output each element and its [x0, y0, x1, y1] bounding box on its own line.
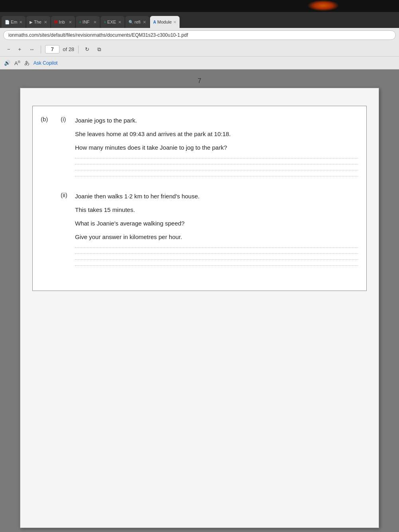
b-i-text2: She leaves home at 09:43 and arrives at …	[75, 129, 358, 139]
page-number-input[interactable]	[45, 45, 59, 53]
rotate-button[interactable]: ↻	[83, 45, 92, 53]
tab-inb-icon: M	[54, 20, 57, 24]
separator-1	[41, 45, 41, 53]
b-ii-question1: What is Joanie's average walking speed?	[75, 219, 358, 228]
pdf-area: 7 (b) (i) Joanie jogs to the park. She l…	[0, 69, 399, 532]
top-bar	[0, 0, 399, 12]
tab-module-label: Module	[157, 20, 172, 24]
pdf-toolbar: − + ↔ of 28 ↻ ⧉	[0, 42, 399, 57]
tab-inb-label: Inb	[59, 20, 67, 24]
answer-line-3	[75, 170, 358, 170]
page-total: of 28	[63, 46, 74, 52]
question-b-ii-text: Joanie then walks 1·2 km to her friend's…	[75, 192, 358, 271]
address-bar-row: ionmaths.com/sites/default/files/revisio…	[0, 28, 399, 42]
tab-refi-icon: 🔍	[128, 20, 133, 24]
question-b-i-text: Joanie jogs to the park. She leaves home…	[75, 116, 358, 182]
answer-lines-b-i	[75, 158, 358, 176]
answer-line-ii-1	[75, 247, 358, 248]
address-bar[interactable]: ionmaths.com/sites/default/files/revisio…	[3, 30, 396, 40]
part-b-label: (b)	[41, 116, 61, 182]
tab-the-icon: ▶	[30, 20, 33, 24]
tab-refi-close[interactable]: ✕	[143, 20, 146, 24]
tab-em-icon: 📄	[5, 20, 10, 24]
tab-inf[interactable]: + INF ✕	[76, 16, 100, 28]
answer-line-1	[75, 158, 358, 158]
tab-refi[interactable]: 🔍 refi ✕	[125, 16, 149, 28]
font-size-icon[interactable]: An	[14, 59, 20, 66]
immersive-reader-icon[interactable]: 🔊	[4, 60, 10, 66]
answer-line-ii-2	[75, 253, 358, 254]
answer-line-ii-3	[75, 259, 358, 260]
tab-exe[interactable]: + EXE ✕	[101, 16, 124, 28]
b-ii-text1: Joanie then walks 1·2 km to her friend's…	[75, 192, 358, 201]
answer-line-2	[75, 164, 358, 164]
tab-refi-label: refi	[134, 20, 141, 24]
tab-exe-close[interactable]: ✕	[118, 20, 121, 24]
reading-mode-icon[interactable]: あ	[24, 59, 30, 67]
b-ii-question2: Give your answer in kilometres per hour.	[75, 232, 358, 242]
question-part-b-i: (b) (i) Joanie jogs to the park. She lea…	[41, 116, 358, 182]
zoom-in-button[interactable]: +	[16, 45, 24, 53]
orange-glow	[307, 0, 339, 11]
part-b-ii-spacer	[41, 192, 61, 271]
tab-the[interactable]: ▶ The ✕	[26, 16, 50, 28]
zoom-out-button[interactable]: −	[5, 45, 13, 53]
tab-the-close[interactable]: ✕	[44, 20, 47, 24]
fit-button[interactable]: ↔	[27, 45, 37, 53]
tab-exe-icon: +	[104, 20, 106, 24]
b-ii-text2: This takes 15 minutes.	[75, 205, 358, 215]
answer-line-ii-4	[75, 265, 358, 266]
tab-inf-close[interactable]: ✕	[93, 20, 97, 24]
separator-2	[78, 45, 79, 53]
tab-em-label: Em	[11, 20, 18, 24]
tab-em[interactable]: 📄 Em ✕	[2, 16, 26, 28]
sub-ii-label: (ii)	[61, 192, 75, 271]
tab-bar: 📄 Em ✕ ▶ The ✕ M Inb ✕ + INF ✕ + EXE ✕ 🔍…	[0, 12, 399, 28]
tab-em-close[interactable]: ✕	[19, 20, 22, 24]
tab-exe-label: EXE	[107, 20, 117, 24]
tab-inf-icon: +	[79, 20, 81, 24]
pdf-page: (b) (i) Joanie jogs to the park. She lea…	[20, 88, 379, 528]
page-center-number: 7	[198, 77, 201, 85]
tab-inf-label: INF	[83, 20, 92, 24]
tab-inb[interactable]: M Inb ✕	[51, 16, 75, 28]
question-box: (b) (i) Joanie jogs to the park. She lea…	[32, 106, 367, 291]
tab-the-label: The	[34, 20, 42, 24]
question-part-b-ii: (ii) Joanie then walks 1·2 km to her fri…	[41, 192, 358, 271]
address-text: ionmaths.com/sites/default/files/revisio…	[8, 32, 188, 38]
ask-copilot-label[interactable]: Ask Copilot	[34, 60, 58, 66]
sub-i-label: (i)	[61, 116, 75, 182]
reader-toolbar: 🔊 An あ Ask Copilot	[0, 57, 399, 69]
answer-lines-b-ii	[75, 247, 358, 266]
tab-module-icon: A	[153, 20, 156, 24]
tab-inb-close[interactable]: ✕	[69, 20, 72, 24]
answer-line-4	[75, 176, 358, 176]
tab-module[interactable]: A Module ✕	[150, 16, 180, 28]
b-i-text1: Joanie jogs to the park.	[75, 116, 358, 125]
b-i-question: How many minutes does it take Joanie to …	[75, 143, 358, 152]
tab-module-close[interactable]: ✕	[173, 20, 176, 24]
layout-button[interactable]: ⧉	[95, 45, 103, 53]
